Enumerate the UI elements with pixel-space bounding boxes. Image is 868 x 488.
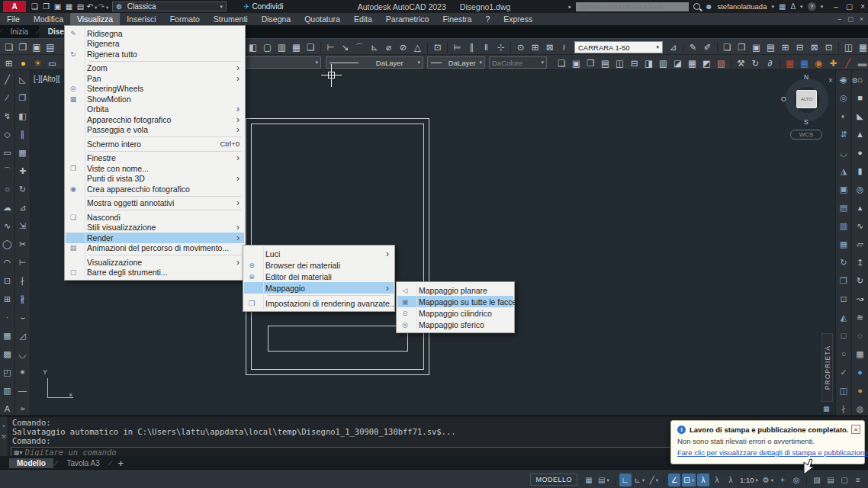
dim-update-icon[interactable]: ≀ [557, 40, 571, 54]
user-chevron-icon[interactable]: ▾ [771, 4, 774, 10]
dim-angular-icon[interactable]: △ [410, 40, 425, 54]
viewport-single-icon[interactable]: ▢ [260, 40, 275, 54]
layer-isolate-icon[interactable]: ◫ [612, 56, 627, 70]
menu-inserisci[interactable]: Inserisci [120, 13, 163, 25]
notification-close-button[interactable]: × [851, 425, 860, 434]
isolate-objects-icon[interactable]: ◎ [790, 474, 802, 486]
circle-icon[interactable]: ○ [0, 180, 14, 198]
copy-nested-icon[interactable]: ❏ [720, 40, 735, 54]
dim-continue-icon[interactable]: ∥ [465, 40, 479, 54]
qat-open-icon[interactable]: ❐ [40, 1, 52, 12]
layer-unisolate-icon[interactable]: ⊟ [627, 56, 641, 70]
qat-new-icon[interactable]: ❏ [29, 1, 40, 12]
cart-icon[interactable]: ▦ [779, 2, 786, 11]
join-icon[interactable]: ⌣ [15, 308, 30, 326]
ellipse-icon[interactable]: ◯ [0, 235, 14, 253]
layer-previous-icon[interactable]: ▣ [569, 56, 583, 70]
dim-edit-icon[interactable]: ⊞ [528, 40, 542, 54]
menu-disegna[interactable]: Disegna [255, 13, 298, 25]
lengthen-icon[interactable]: ― [15, 381, 30, 400]
menu-item-finestre[interactable]: Finestre› [66, 153, 244, 164]
extend-icon[interactable]: ⊢ [15, 253, 30, 271]
annotation-scale-value[interactable]: 1:10▾ [738, 474, 760, 486]
block-edit-icon[interactable]: ✐ [700, 40, 715, 54]
overkill-icon[interactable]: ⊡ [821, 40, 836, 54]
menu-item-barre-degli-strumenti[interactable]: ▢Barre degli strumenti... [66, 268, 244, 278]
polar-tracking-icon[interactable]: ⊾▾ [633, 474, 647, 486]
delete-faces-icon[interactable]: ▦ [836, 235, 851, 253]
menu-item-mappaggio-planare[interactable]: ◁Mappaggio planare [397, 284, 513, 296]
menu-item-rigenera-tutto[interactable]: ↻Rigenera tutto [66, 49, 244, 59]
taper-faces-icon[interactable]: ◮ [836, 162, 851, 180]
menu-item-mappaggio[interactable]: Mappaggio› [244, 282, 394, 294]
notification-details-link[interactable]: Fare clic per visualizzare dettagli di s… [677, 448, 858, 457]
doc-minimize-button[interactable]: – [837, 15, 841, 23]
delete-duplicate-icon[interactable]: ⊠ [807, 40, 821, 54]
workspace-dropdown[interactable]: ⚙ Classica ▾ [112, 2, 227, 11]
dim-ordinate-icon[interactable]: ⊾ [367, 40, 381, 54]
tab-inizia[interactable]: Inizia [2, 25, 37, 38]
qat-saveas-icon[interactable]: ▦ [63, 1, 75, 12]
rotate-icon[interactable]: ↻ [15, 180, 30, 198]
menu-formato[interactable]: Formato [163, 13, 207, 25]
menu-item-showmotion[interactable]: ▦ShowMotion [66, 94, 244, 104]
viewport-two-icon[interactable]: ▥ [275, 40, 289, 54]
viewcube-settings-icon[interactable]: ⚙ [849, 74, 861, 87]
menu-item-mostra-oggetti-annotativi[interactable]: Mostra oggetti annotativi› [66, 198, 244, 209]
layer-walk-icon[interactable]: ❐ [583, 56, 598, 70]
menu-item-steeringwheels[interactable]: ◎SteeringWheels [66, 84, 244, 95]
menu-item-schermo-intero[interactable]: Schermo interoCtrl+0 [66, 139, 244, 149]
restore-button[interactable]: ▢ [846, 2, 853, 11]
layer-properties-icon[interactable]: ⊞ [2, 56, 16, 70]
help-icon[interactable]: ? [808, 2, 816, 11]
tab-modello[interactable]: Modello [9, 458, 53, 468]
break-at-point-icon[interactable]: ∤ [15, 271, 30, 290]
menu-item-crea-apparecchio-fotografico[interactable]: ◉Crea apparecchio fotografico [66, 184, 244, 194]
dropdown-arrow[interactable]: ▾ [642, 474, 645, 486]
revolve-icon[interactable]: ↻ [852, 271, 868, 290]
shell-icon[interactable]: □ [836, 326, 851, 345]
trim-icon[interactable]: ✂ [15, 235, 30, 253]
wedge-icon[interactable]: ◣ [852, 107, 868, 125]
array-icon[interactable]: ▦ [15, 143, 30, 162]
annotation-scale-icon[interactable]: λ [725, 474, 737, 486]
menu-item-passeggia-e-vola[interactable]: Passeggia e vola› [66, 125, 244, 136]
presspull-icon[interactable]: ⇵ [836, 125, 851, 143]
layer-on-icon[interactable]: ● [16, 56, 31, 70]
align-tools-icon[interactable]: ▦ [856, 40, 868, 54]
wcs-dropdown[interactable]: WCS [790, 130, 822, 140]
quick-select-icon[interactable]: ↻ [748, 56, 763, 70]
doc-close-button[interactable]: × [860, 15, 863, 23]
rectangle-icon[interactable]: ▭ [0, 143, 14, 162]
qat-plot-icon[interactable]: ▤ [75, 1, 86, 12]
planar-surface-icon[interactable]: ▱ [852, 235, 868, 253]
dropdown-arrow[interactable]: ▾ [606, 474, 609, 486]
plot-icon[interactable]: ▤ [43, 40, 57, 54]
loft-icon[interactable]: ≋ [852, 308, 868, 326]
named-views-icon[interactable]: ◧ [246, 40, 260, 54]
dim-linear-icon[interactable]: ⊢ [323, 40, 338, 54]
autodesk-app-icon[interactable]: Δ [790, 2, 796, 11]
search-input[interactable] [576, 2, 689, 11]
render-region-icon[interactable]: ◉ [812, 56, 826, 70]
otrack-icon[interactable]: ∠ [668, 474, 680, 486]
layer-freeze-object-icon[interactable]: ◨ [641, 56, 656, 70]
imprint-icon[interactable]: ⊡ [836, 290, 851, 308]
layer-unlock-object-icon[interactable]: ▦ [685, 56, 699, 70]
pyramid-icon[interactable]: ▲ [852, 125, 868, 143]
erase-icon[interactable]: ◺ [15, 70, 30, 88]
image-tool-icon[interactable]: ▦ [797, 56, 812, 70]
command-tools-icon[interactable]: ⚒ [2, 434, 6, 440]
subtract-icon[interactable]: ◎ [836, 88, 851, 107]
snap-icon[interactable]: ▤▾ [596, 474, 611, 486]
viewcube-west[interactable]: O [781, 95, 786, 103]
polygon-icon[interactable]: ◇ [0, 125, 14, 143]
dropdown-arrow[interactable]: ▾ [95, 5, 97, 10]
sweep-icon[interactable]: ↝ [852, 290, 868, 308]
viewport-new-icon[interactable]: ❏ [304, 40, 318, 54]
viewport-four-icon[interactable]: ▦ [289, 40, 304, 54]
properties-panel-tab[interactable]: PROPRIETÀ [821, 333, 833, 402]
plot-notification-icon[interactable]: ▤ [825, 474, 837, 486]
new-file-icon[interactable]: ❏ [2, 40, 16, 54]
arc-icon[interactable]: ⌒ [0, 162, 14, 180]
